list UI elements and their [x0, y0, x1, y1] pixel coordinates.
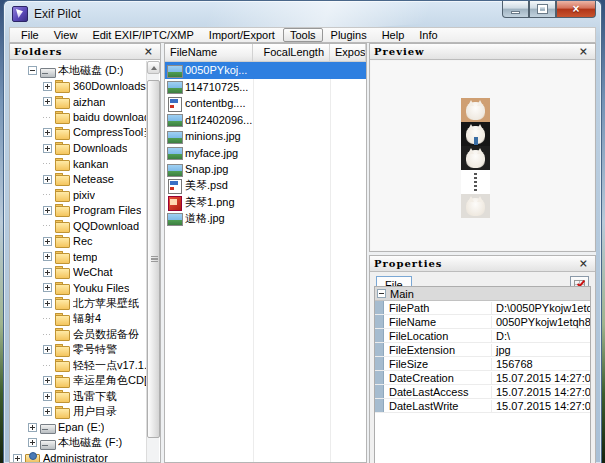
tree-node-label: Administrator — [43, 452, 108, 462]
expander-icon[interactable] — [43, 144, 52, 153]
collapse-icon[interactable] — [377, 289, 386, 298]
tree-item[interactable]: 本地磁盘 (D:) — [11, 63, 146, 79]
menu-view[interactable]: View — [47, 28, 85, 42]
property-group-main[interactable]: Main — [375, 287, 590, 301]
tree-item[interactable]: 辐射4 — [11, 311, 146, 327]
tree-item[interactable]: 轻轻一点v17.1.6.32 — [11, 358, 146, 374]
tree-item[interactable]: CompressTool当 — [11, 125, 146, 141]
close-icon[interactable]: × — [142, 46, 156, 57]
expander-icon[interactable] — [43, 407, 52, 416]
menu-info[interactable]: Info — [412, 28, 444, 42]
expander-icon[interactable] — [43, 206, 52, 215]
tree-item[interactable]: aizhan — [11, 94, 146, 110]
expander-icon[interactable] — [43, 175, 52, 184]
menu-import-export[interactable]: Import/Export — [202, 28, 282, 42]
tree-item[interactable]: 迅雷下载 — [11, 389, 146, 405]
expander-icon[interactable] — [43, 345, 52, 354]
minimize-icon — [511, 11, 520, 14]
expander-icon[interactable] — [43, 128, 52, 137]
file-row[interactable]: myface.jpg — [165, 145, 366, 162]
tree-item[interactable]: Youku Files — [11, 280, 146, 296]
scroll-up-icon[interactable] — [147, 61, 160, 74]
expander-icon[interactable] — [43, 330, 52, 339]
expander-icon[interactable] — [43, 97, 52, 106]
tree-item[interactable]: Rec — [11, 234, 146, 250]
expander-icon[interactable] — [43, 237, 52, 246]
menu-edit-exif-iptc-xmp[interactable]: Edit EXIF/IPTC/XMP — [85, 28, 200, 42]
tree-item[interactable]: 零号特警 — [11, 342, 146, 358]
tree-item[interactable]: 幸运星角色CD[Luc — [11, 373, 146, 389]
tree-item[interactable]: kankan — [11, 156, 146, 172]
file-row[interactable]: minions.jpg — [165, 128, 366, 145]
property-rows: FilePath D:\0050PYkojw1etqh8b... FileNam… — [375, 301, 590, 413]
tree-item[interactable]: WeChat — [11, 265, 146, 281]
file-row[interactable]: 美琴1.png — [165, 194, 366, 211]
property-row[interactable]: DateLastWrite 15.07.2015 14:27:05 — [375, 399, 590, 413]
menu-help[interactable]: Help — [375, 28, 412, 42]
tree-item[interactable]: pixiv — [11, 187, 146, 203]
expander-icon[interactable] — [43, 376, 52, 385]
file-row[interactable]: 美琴.psd — [165, 178, 366, 195]
column-header-focallength[interactable]: FocalLength — [253, 44, 330, 61]
tree-item[interactable]: temp — [11, 249, 146, 265]
expander-icon[interactable] — [43, 113, 52, 122]
expander-icon[interactable] — [28, 438, 37, 447]
property-name: DateLastWrite — [384, 400, 492, 412]
property-row[interactable]: FilePath D:\0050PYkojw1etqh8b... — [375, 301, 590, 315]
maximize-button[interactable] — [529, 1, 556, 18]
menu-plugins[interactable]: Plugins — [324, 28, 374, 42]
expander-icon[interactable] — [43, 314, 52, 323]
close-icon[interactable]: × — [577, 46, 591, 57]
file-row[interactable]: Snap.jpg — [165, 161, 366, 178]
tree-item[interactable]: Netease — [11, 172, 146, 188]
file-row[interactable]: contentbg.... — [165, 95, 366, 112]
tree-node-icon — [55, 328, 69, 340]
expander-icon[interactable] — [43, 82, 52, 91]
menu-file[interactable]: File — [14, 28, 46, 42]
file-row[interactable]: 0050PYkoj... — [165, 62, 366, 79]
expander-icon[interactable] — [43, 361, 52, 370]
close-button[interactable]: × — [556, 1, 596, 18]
tree-item[interactable]: 360Downloads — [11, 79, 146, 95]
expander-icon[interactable] — [43, 190, 52, 199]
expander-icon[interactable] — [43, 159, 52, 168]
row-gutter — [375, 343, 384, 356]
expander-icon[interactable] — [28, 66, 37, 75]
expander-icon[interactable] — [43, 268, 52, 277]
property-row[interactable]: FileSize 156768 — [375, 357, 590, 371]
expander-icon[interactable] — [43, 252, 52, 261]
expander-icon[interactable] — [28, 423, 37, 432]
property-row[interactable]: FileLocation D:\ — [375, 329, 590, 343]
expander-icon[interactable] — [43, 221, 52, 230]
tree-item[interactable]: Program Files — [11, 203, 146, 219]
column-header-exposu[interactable]: Exposu — [330, 44, 366, 61]
close-icon[interactable]: × — [577, 258, 591, 269]
property-row[interactable]: DateLastAccess 15.07.2015 14:27:04 — [375, 385, 590, 399]
expander-icon[interactable] — [43, 283, 52, 292]
file-row[interactable]: 114710725... — [165, 79, 366, 96]
scrollbar-thumb[interactable] — [147, 80, 160, 438]
expander-icon[interactable] — [43, 392, 52, 401]
tree-item[interactable]: QQDownload — [11, 218, 146, 234]
tree-item[interactable]: baidu download — [11, 110, 146, 126]
menu-tools[interactable]: Tools — [283, 28, 323, 42]
tree-item[interactable]: 会员数据备份 — [11, 327, 146, 343]
tree-item[interactable]: Administrator — [11, 451, 146, 463]
property-value: 15.07.2015 14:27:04 — [492, 386, 590, 398]
expander-icon[interactable] — [13, 454, 22, 462]
expander-icon[interactable] — [43, 299, 52, 308]
property-row[interactable]: FileExtension jpg — [375, 343, 590, 357]
tree-scrollbar[interactable] — [146, 61, 159, 462]
tree-item[interactable]: Epan (E:) — [11, 420, 146, 436]
tree-item[interactable]: 北方苹果壁纸 — [11, 296, 146, 312]
column-header-filename[interactable]: FileName — [165, 44, 253, 61]
property-row[interactable]: FileName 0050PYkojw1etqh8b6at... — [375, 315, 590, 329]
minimize-button[interactable] — [502, 1, 529, 18]
tree-item[interactable]: Downloads — [11, 141, 146, 157]
file-row[interactable]: d1f2402096... — [165, 112, 366, 129]
tree-item[interactable]: 本地磁盘 (F:) — [11, 435, 146, 451]
file-name: 114710725... — [185, 81, 248, 93]
property-row[interactable]: DateCreation 15.07.2015 14:27:04 — [375, 371, 590, 385]
file-row[interactable]: 道格.jpg — [165, 211, 366, 228]
tree-item[interactable]: 用户目录 — [11, 404, 146, 420]
